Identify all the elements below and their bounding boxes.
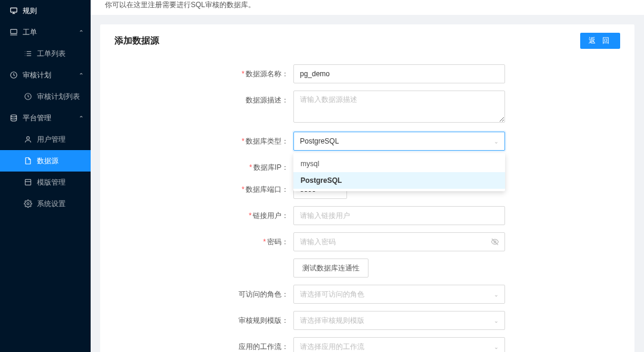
sidebar-item-label: 工单列表 (37, 49, 66, 59)
sidebar-item-rules[interactable]: 规则 (0, 0, 91, 21)
sidebar-item-label: 规则 (23, 6, 37, 16)
chevron-up-icon: ⌃ (79, 72, 83, 79)
db-type-option-postgresql[interactable]: PostgreSQL (293, 172, 505, 189)
role-select[interactable]: 请选择可访问的角色 ⌄ (293, 285, 505, 304)
sidebar-item-order-list[interactable]: 工单列表 (0, 43, 91, 64)
db-type-value: PostgreSQL (300, 137, 339, 145)
sidebar-item-orders[interactable]: 工单 ⌃ (0, 21, 91, 43)
sidebar-item-label: 系统设置 (37, 199, 66, 209)
password-label: 密码： (267, 238, 289, 246)
card-title: 添加数据源 (114, 35, 159, 46)
clock-icon (10, 71, 18, 79)
svg-rect-0 (11, 8, 17, 12)
file-icon (24, 157, 32, 165)
sidebar-item-platform[interactable]: 平台管理 ⌃ (0, 107, 91, 129)
role-placeholder: 请选择可访问的角色 (300, 289, 364, 300)
sidebar-item-datasource[interactable]: 数据源 (0, 150, 91, 172)
chevron-down-icon: ⌄ (494, 317, 499, 324)
sidebar-item-audit-plan[interactable]: 审核计划 ⌃ (0, 64, 91, 86)
port-label: 数据库端口： (246, 185, 289, 194)
template-icon (24, 178, 32, 186)
main-content: 你可以在这里注册需要进行SQL审核的数据库。 添加数据源 返 回 *数据源名称：… (91, 0, 644, 352)
sidebar-item-user-mgmt[interactable]: 用户管理 (0, 129, 91, 150)
test-connection-button[interactable]: 测试数据库连通性 (293, 258, 369, 278)
name-input[interactable] (293, 64, 505, 83)
card-header: 添加数据源 返 回 (100, 24, 634, 57)
role-label: 可访问的角色： (239, 290, 289, 298)
sidebar-item-label: 数据源 (37, 156, 58, 166)
workflow-select[interactable]: 请选择应用的工作流 ⌄ (293, 337, 505, 352)
sidebar-item-system-settings[interactable]: 系统设置 (0, 193, 91, 214)
form-card: 添加数据源 返 回 *数据源名称： 数据源描述： *数据库 (100, 24, 634, 352)
user-icon (24, 135, 32, 144)
chevron-down-icon: ⌄ (494, 344, 499, 350)
type-label: 数据库类型： (246, 137, 289, 145)
chevron-down-icon: ⌄ (494, 138, 499, 145)
workflow-label: 应用的工作流： (239, 342, 289, 351)
datasource-form: *数据源名称： 数据源描述： *数据库类型： PostgreSQL (100, 57, 634, 352)
desc-label: 数据源描述： (246, 96, 289, 104)
chevron-up-icon: ⌃ (79, 115, 83, 122)
chevron-down-icon: ⌄ (494, 291, 499, 298)
password-input[interactable] (293, 232, 505, 251)
svg-point-17 (27, 203, 29, 205)
template-label: 审核规则模版： (239, 316, 289, 325)
sidebar-item-audit-plan-list[interactable]: 审核计划列表 (0, 86, 91, 107)
back-button[interactable]: 返 回 (580, 33, 620, 49)
svg-rect-15 (25, 179, 30, 185)
sidebar-item-label: 用户管理 (37, 135, 66, 145)
sidebar-item-label: 平台管理 (23, 113, 51, 123)
user-label: 链接用户： (253, 211, 289, 220)
sidebar-item-template-mgmt[interactable]: 模版管理 (0, 172, 91, 193)
eye-invisible-icon[interactable] (491, 238, 499, 248)
template-placeholder: 请选择审核规则模版 (300, 316, 364, 326)
list-icon (24, 49, 32, 58)
sidebar-item-label: 审核计划 (23, 70, 51, 80)
template-select[interactable]: 请选择审核规则模版 ⌄ (293, 311, 505, 330)
workflow-placeholder: 请选择应用的工作流 (300, 342, 364, 352)
db-type-select[interactable]: PostgreSQL ⌄ (293, 132, 505, 151)
chevron-up-icon: ⌃ (79, 29, 83, 36)
gear-icon (24, 200, 32, 208)
svg-rect-3 (11, 29, 17, 33)
clock-icon (24, 92, 32, 101)
user-input[interactable] (293, 206, 505, 225)
svg-point-13 (11, 115, 16, 117)
database-icon (10, 114, 18, 122)
svg-point-14 (27, 136, 30, 139)
page-description: 你可以在这里注册需要进行SQL审核的数据库。 (91, 0, 644, 15)
db-type-option-mysql[interactable]: mysql (293, 155, 505, 172)
sidebar-item-label: 审核计划列表 (37, 92, 80, 102)
sidebar: 规则 工单 ⌃ 工单列表 审核计划 ⌃ 审核计划列表 平台管理 ⌃ 用户管理 (0, 0, 91, 352)
name-label: 数据源名称： (246, 70, 289, 78)
db-type-dropdown: mysql PostgreSQL (293, 153, 505, 191)
sidebar-item-label: 模版管理 (37, 177, 66, 188)
monitor-icon (10, 7, 18, 15)
sidebar-item-label: 工单 (23, 27, 37, 38)
desc-textarea[interactable] (293, 91, 505, 123)
desktop-icon (10, 28, 18, 36)
ip-label: 数据库IP： (253, 163, 289, 172)
